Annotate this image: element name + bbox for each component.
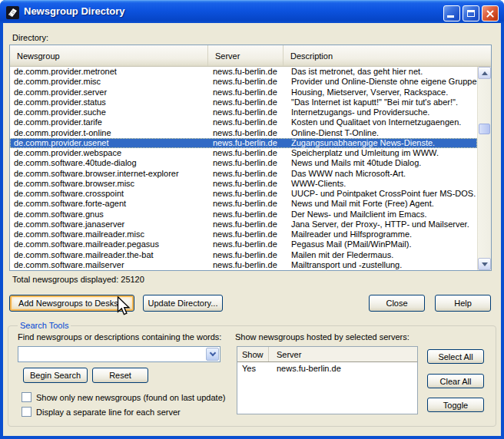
cell-description: News und Mail mit Forte (Free) Agent. [284, 199, 477, 209]
arrow-down-icon [482, 262, 488, 266]
scrollbar-thumb[interactable] [479, 124, 490, 134]
table-row[interactable]: de.comm.software.mailreader.the-batnews.… [10, 250, 477, 260]
show-only-new-label: Show only new newsgroups (found on last … [36, 393, 225, 402]
dialog-client-area: Directory: Newsgroup Server Description … [3, 23, 501, 436]
cell-description: Online-Dienst T-Online. [284, 128, 477, 138]
cell-description: Housing, Mietserver, Vserver, Rackspace. [284, 87, 477, 97]
arrow-up-icon [482, 71, 488, 75]
cell-server: news.fu-berlin.de [208, 210, 284, 220]
table-row[interactable]: de.comm.software.mailservernews.fu-berli… [10, 260, 477, 270]
cell-newsgroup: de.comm.provider.tarife [10, 117, 208, 127]
server-cell-server: news.fu-berlin.de [269, 362, 417, 375]
table-row[interactable]: de.comm.provider.servernews.fu-berlin.de… [10, 87, 477, 97]
search-words-combobox[interactable] [18, 346, 220, 362]
total-newsgroups-status: Total newsgroups displayed: 25120 [12, 275, 144, 284]
cell-server: news.fu-berlin.de [208, 260, 284, 270]
cell-description: Mailtransport und -zustellung. [284, 260, 477, 270]
minimize-button[interactable] [443, 5, 460, 21]
scroll-down-button[interactable] [478, 258, 491, 270]
cell-description: Provider und Online-Dienste ohne eigene … [284, 77, 477, 87]
cell-server: news.fu-berlin.de [208, 239, 284, 249]
maximize-button[interactable] [463, 5, 479, 21]
cell-newsgroup: de.comm.provider.status [10, 97, 208, 107]
add-newsgroups-button[interactable]: Add Newsgroups to Desks... [9, 295, 134, 312]
column-header-server-name[interactable]: Server [269, 347, 417, 361]
table-row[interactable]: de.comm.provider.tarifenews.fu-berlin.de… [10, 117, 477, 127]
cell-server: news.fu-berlin.de [208, 158, 284, 168]
cell-description: "Das Internet ist kaputt!" "Bei mir tut'… [284, 97, 477, 107]
newsreader-app-icon [6, 6, 19, 19]
close-window-button[interactable] [482, 5, 499, 21]
cell-description: Zugangsunabhaengige News-Dienste. [284, 138, 477, 148]
show-only-new-checkbox[interactable] [22, 392, 32, 402]
table-row[interactable]: de.comm.provider.suchenews.fu-berlin.deI… [10, 107, 477, 117]
minimize-icon [447, 15, 454, 18]
table-row[interactable]: de.comm.software.gnusnews.fu-berlin.deDe… [10, 210, 477, 220]
cell-newsgroup: de.comm.software.mailreader.misc [10, 229, 208, 239]
cell-newsgroup: de.comm.provider.webspace [10, 148, 208, 158]
cell-server: news.fu-berlin.de [208, 220, 284, 229]
column-header-server[interactable]: Server [208, 45, 284, 66]
separate-line-checkbox[interactable] [22, 407, 32, 417]
cell-description: UUCP- und Pointpaket CrossPoint fuer MS-… [284, 189, 477, 199]
update-directory-button[interactable]: Update Directory... [143, 295, 223, 312]
window-title: Newsgroup Directory [24, 5, 124, 17]
separate-line-label: Display a separate line for each server [36, 408, 181, 417]
cell-description: News und Mails mit 40tude Dialog. [284, 158, 477, 168]
table-row[interactable]: de.comm.provider.usenetnews.fu-berlin.de… [10, 138, 477, 148]
cell-server: news.fu-berlin.de [208, 148, 284, 158]
cell-newsgroup: de.comm.software.browser.internet-explor… [10, 169, 208, 179]
table-row[interactable]: de.comm.provider.webspacenews.fu-berlin.… [10, 148, 477, 158]
table-row[interactable]: de.comm.software.janaservernews.fu-berli… [10, 220, 477, 229]
clear-all-button[interactable]: Clear All [427, 374, 484, 388]
vertical-scrollbar[interactable] [477, 67, 491, 270]
cell-server: news.fu-berlin.de [208, 138, 284, 148]
list-header: Newsgroup Server Description [10, 45, 491, 67]
cell-newsgroup: de.comm.software.gnus [10, 210, 208, 220]
cell-server: news.fu-berlin.de [208, 250, 284, 260]
close-dialog-button[interactable]: Close [369, 295, 425, 312]
table-row[interactable]: de.comm.provider.t-onlinenews.fu-berlin.… [10, 128, 477, 138]
hosted-servers-label: Show newsgroups hosted by selected serve… [235, 332, 410, 342]
table-row[interactable]: de.comm.provider.miscnews.fu-berlin.dePr… [10, 77, 477, 87]
cell-server: news.fu-berlin.de [208, 117, 284, 127]
scrollbar-track[interactable] [478, 79, 491, 258]
table-row[interactable]: de.comm.software.mailreader.miscnews.fu-… [10, 229, 477, 239]
table-row[interactable]: de.comm.provider.metronetnews.fu-berlin.… [10, 67, 477, 77]
table-row[interactable]: de.comm.software.browser.internet-explor… [10, 169, 477, 179]
server-row[interactable]: Yesnews.fu-berlin.de [237, 362, 417, 375]
begin-search-button[interactable]: Begin Search [23, 368, 88, 383]
directory-label: Directory: [12, 33, 48, 42]
cell-newsgroup: de.comm.provider.misc [10, 77, 208, 87]
table-row[interactable]: de.comm.provider.statusnews.fu-berlin.de… [10, 97, 477, 107]
search-words-value[interactable] [18, 347, 205, 361]
reset-button[interactable]: Reset [92, 368, 148, 383]
cell-server: news.fu-berlin.de [208, 107, 284, 117]
cell-newsgroup: de.comm.software.janaserver [10, 220, 208, 229]
server-cell-show: Yes [237, 362, 269, 375]
cell-newsgroup: de.comm.provider.suche [10, 107, 208, 117]
toggle-button[interactable]: Toggle [427, 398, 484, 412]
table-row[interactable]: de.comm.software.browser.miscnews.fu-ber… [10, 179, 477, 189]
table-row[interactable]: de.comm.software.40tude-dialognews.fu-be… [10, 158, 477, 168]
newsgroup-directory-window: Newsgroup Directory Directory: Newsgroup… [0, 0, 504, 439]
table-row[interactable]: de.comm.software.mailreader.pegasusnews.… [10, 239, 477, 249]
scroll-up-button[interactable] [478, 67, 491, 79]
column-header-show[interactable]: Show [237, 347, 269, 361]
cell-newsgroup: de.comm.provider.server [10, 87, 208, 97]
cell-description: Mailreader und Hilfsprogramme. [284, 229, 477, 239]
total-value: 25120 [121, 275, 144, 284]
cell-description: Internetzugangs- und Providersuche. [284, 107, 477, 117]
cell-description: Pegasus Mail (PMail/WinPMail). [284, 239, 477, 249]
select-all-button[interactable]: Select All [427, 349, 484, 364]
column-header-description[interactable]: Description [284, 45, 491, 66]
help-button[interactable]: Help [435, 295, 491, 312]
titlebar[interactable]: Newsgroup Directory [0, 0, 504, 23]
cell-newsgroup: de.comm.software.browser.misc [10, 179, 208, 189]
table-row[interactable]: de.comm.software.forte-agentnews.fu-berl… [10, 199, 477, 209]
column-header-newsgroup[interactable]: Newsgroup [10, 45, 208, 66]
cell-newsgroup: de.comm.software.mailserver [10, 260, 208, 270]
combobox-dropdown-button[interactable] [206, 348, 219, 361]
table-row[interactable]: de.comm.software.crosspointnews.fu-berli… [10, 189, 477, 199]
cell-newsgroup: de.comm.software.40tude-dialog [10, 158, 208, 168]
